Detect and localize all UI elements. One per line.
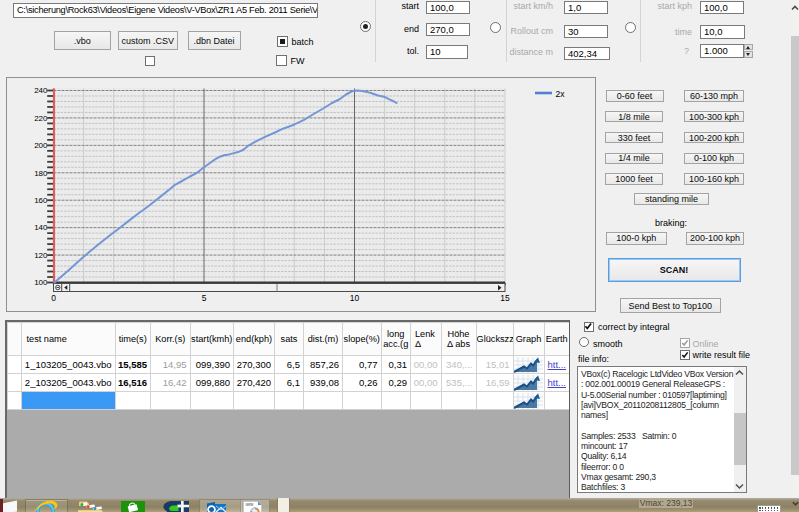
svg-text:200: 200	[34, 141, 48, 150]
svg-text:100: 100	[34, 278, 48, 287]
svg-text:240: 240	[34, 86, 48, 95]
svg-text:10: 10	[350, 293, 360, 303]
svg-text:140: 140	[34, 223, 48, 232]
svg-text:180: 180	[34, 169, 48, 178]
svg-text:15: 15	[500, 293, 510, 303]
svg-text:120: 120	[34, 251, 48, 260]
svg-text:220: 220	[34, 114, 48, 123]
svg-text:5: 5	[202, 293, 207, 303]
svg-text:0: 0	[51, 293, 56, 303]
svg-text:160: 160	[34, 196, 48, 205]
svg-text:GPS: GPS	[246, 502, 254, 506]
svg-text:2x: 2x	[556, 89, 566, 99]
